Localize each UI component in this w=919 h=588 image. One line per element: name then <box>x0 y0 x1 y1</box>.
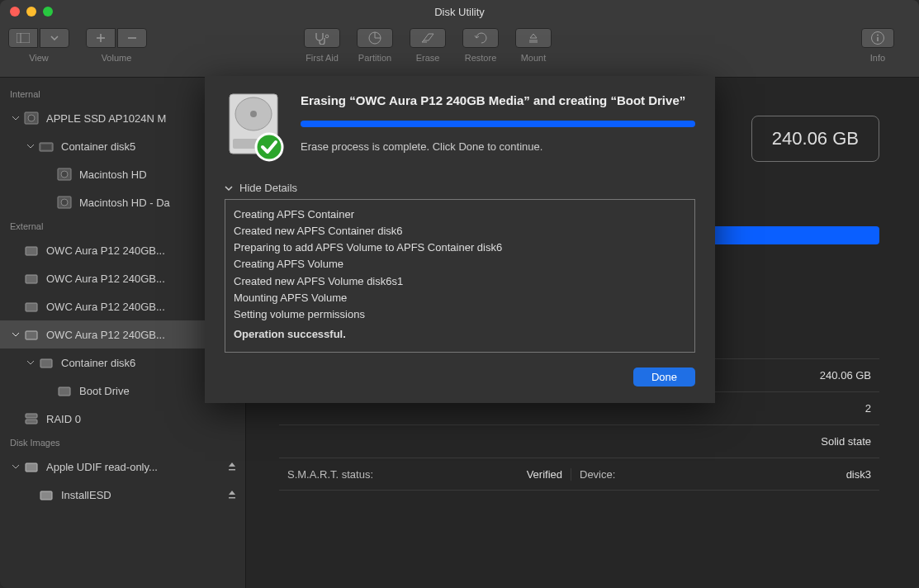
volume-add-button[interactable] <box>86 28 116 48</box>
sidebar-item-apple-udif[interactable]: Apple UDIF read-only... <box>0 453 245 481</box>
log-line: Setting volume permissions <box>234 306 686 323</box>
info-button[interactable] <box>861 28 894 48</box>
first-aid-button[interactable] <box>304 28 340 48</box>
window-zoom-button[interactable] <box>43 7 53 17</box>
capacity-badge: 240.06 GB <box>751 116 879 162</box>
external-disk-icon <box>23 242 40 258</box>
disk-image-icon <box>23 458 40 475</box>
info-value: Verified <box>488 468 571 481</box>
raid-icon <box>23 410 40 427</box>
sidebar-item-label: RAID 0 <box>46 413 81 425</box>
pie-icon <box>367 31 382 45</box>
sidebar-item-label: OWC Aura P12 240GB... <box>46 301 165 313</box>
svg-rect-21 <box>26 420 37 424</box>
svg-point-26 <box>250 111 257 117</box>
toolbar-label-partition: Partition <box>358 53 391 63</box>
eject-icon[interactable] <box>227 462 237 472</box>
details-toggle[interactable]: Hide Details <box>225 182 695 194</box>
svg-rect-20 <box>26 414 37 418</box>
disclosure-down-icon <box>26 142 35 150</box>
info-row: S.M.A.R.T. status: Verified Device: disk… <box>279 458 879 491</box>
window-close-button[interactable] <box>10 7 20 17</box>
svg-rect-18 <box>40 359 52 368</box>
erase-button[interactable] <box>410 28 446 48</box>
sidebar-item-raid0[interactable]: RAID 0 <box>0 405 245 433</box>
sidebar-item-label: Macintosh HD <box>79 168 147 181</box>
sheet-message: Erase process is complete. Click Done to… <box>301 140 695 153</box>
external-disk-icon <box>23 270 40 287</box>
svg-point-28 <box>256 134 282 160</box>
disk-success-icon <box>225 92 287 162</box>
sidebar-icon <box>17 33 30 43</box>
sidebar-item-label: Apple UDIF read-only... <box>46 461 158 473</box>
toolbar: View Volume First Aid Par <box>0 23 919 78</box>
details-toggle-label: Hide Details <box>239 182 297 194</box>
sidebar-item-label: OWC Aura P12 240GB... <box>46 244 165 257</box>
eject-icon[interactable] <box>227 490 237 500</box>
sidebar-item-installesd[interactable]: InstallESD <box>0 481 245 509</box>
disclosure-down-icon <box>12 114 20 122</box>
info-value: disk3 <box>780 468 879 481</box>
disclosure-down-icon <box>26 358 35 367</box>
sheet-title: Erasing “OWC Aura P12 240GB Media” and c… <box>301 92 695 109</box>
svg-rect-15 <box>26 275 37 283</box>
internal-disk-icon <box>56 166 73 183</box>
disclosure-down-icon <box>225 184 233 192</box>
log-box[interactable]: Creating APFS Container Created new APFS… <box>225 199 695 353</box>
log-line: Created new APFS Volume disk6s1 <box>234 273 686 290</box>
chevron-down-icon <box>50 36 59 40</box>
view-sidebar-button[interactable] <box>8 28 38 48</box>
volume-icon <box>38 354 54 371</box>
volume-icon <box>38 138 54 154</box>
log-line: Mounting APFS Volume <box>234 290 686 306</box>
window-minimize-button[interactable] <box>26 7 36 17</box>
info-icon <box>870 31 885 45</box>
minus-icon <box>127 33 137 43</box>
toolbar-label-info: Info <box>870 53 885 63</box>
sidebar-section-diskimages: Disk Images <box>0 433 245 453</box>
svg-rect-17 <box>26 331 37 339</box>
window-title: Disk Utility <box>0 6 919 18</box>
info-label: Device: <box>571 468 780 481</box>
sidebar-item-label: InstallESD <box>61 489 111 501</box>
sidebar-item-label: OWC Aura P12 240GB... <box>46 329 165 341</box>
sidebar-item-label: OWC Aura P12 240GB... <box>46 273 165 285</box>
svg-rect-0 <box>17 33 30 43</box>
sidebar-item-label: Macintosh HD - Da <box>79 197 170 209</box>
volume-remove-button[interactable] <box>117 28 147 48</box>
done-button[interactable]: Done <box>633 368 695 386</box>
toolbar-label-mount: Mount <box>521 53 547 63</box>
stethoscope-icon <box>314 31 330 45</box>
toolbar-label-erase: Erase <box>416 53 440 63</box>
sidebar-item-label: Container disk5 <box>61 140 135 153</box>
toolbar-label-view: View <box>29 53 49 63</box>
svg-rect-23 <box>40 491 52 500</box>
erase-icon <box>420 32 435 44</box>
mount-button[interactable] <box>515 28 552 48</box>
mount-icon <box>527 31 540 45</box>
sidebar-item-label: APPLE SSD AP1024N M <box>46 112 166 125</box>
external-disk-icon <box>23 298 40 315</box>
toolbar-label-volume: Volume <box>102 53 132 63</box>
toolbar-label-restore: Restore <box>465 53 497 63</box>
info-row: Solid state <box>279 424 879 458</box>
restore-icon <box>473 31 488 45</box>
partition-button[interactable] <box>357 28 393 48</box>
info-value: Solid state <box>780 435 879 448</box>
restore-button[interactable] <box>462 28 499 48</box>
titlebar: Disk Utility <box>0 0 919 23</box>
svg-point-5 <box>877 35 879 36</box>
disclosure-down-icon <box>12 462 20 471</box>
disclosure-down-icon <box>12 330 20 339</box>
log-line: Creating APFS Volume <box>234 256 686 273</box>
info-value: 240.06 GB <box>780 369 879 382</box>
svg-point-13 <box>61 199 68 206</box>
external-disk-icon <box>23 326 40 343</box>
internal-disk-icon <box>56 194 73 211</box>
log-line: Created new APFS Container disk6 <box>234 223 686 239</box>
svg-point-2 <box>325 35 329 38</box>
log-success: Operation successful. <box>234 326 686 343</box>
svg-point-11 <box>61 171 68 178</box>
view-dropdown-button[interactable] <box>40 28 69 48</box>
log-line: Preparing to add APFS Volume to APFS Con… <box>234 239 686 256</box>
